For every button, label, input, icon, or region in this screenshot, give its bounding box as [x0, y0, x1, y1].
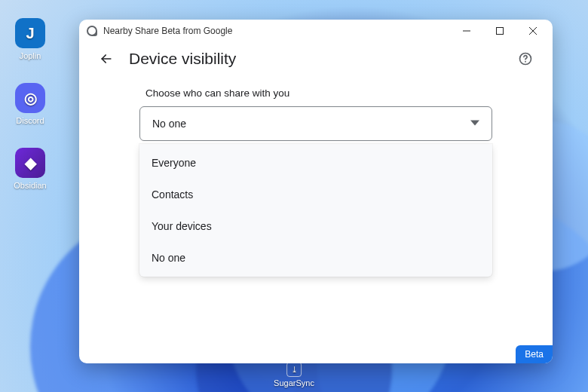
desktop-icon-sugarsync[interactable]: ⤓ SugarSync: [274, 362, 314, 387]
close-button[interactable]: [516, 20, 550, 42]
minimize-button[interactable]: [450, 20, 483, 42]
back-button[interactable]: [96, 48, 117, 69]
content-area: Choose who can share with you No one Eve…: [79, 80, 553, 363]
help-button[interactable]: [515, 48, 536, 69]
page-header: Device visibility: [79, 42, 553, 80]
chevron-down-icon: [470, 118, 479, 130]
dropdown-selected-value: No one: [152, 118, 186, 130]
desktop: J Joplin ◎ Discord ◆ Obsidian ⤓ SugarSyn…: [0, 0, 588, 392]
maximize-button[interactable]: [483, 20, 516, 42]
window-title: Nearby Share Beta from Google: [103, 26, 450, 36]
visibility-option-everyone[interactable]: Everyone: [139, 147, 492, 179]
app-window: Nearby Share Beta from Google Device vis…: [79, 20, 553, 363]
desktop-icon-label: Joplin: [9, 51, 51, 60]
nearby-share-icon: [87, 26, 97, 36]
desktop-icon-obsidian[interactable]: ◆ Obsidian: [9, 148, 51, 190]
help-icon: [518, 51, 533, 66]
svg-rect-0: [497, 28, 504, 35]
titlebar[interactable]: Nearby Share Beta from Google: [79, 20, 553, 42]
svg-point-2: [525, 61, 526, 63]
desktop-icon-label: Discord: [9, 116, 51, 125]
visibility-label: Choose who can share with you: [145, 87, 521, 99]
visibility-options-list: Everyone Contacts Your devices No one: [139, 144, 492, 277]
discord-icon: ◎: [15, 83, 45, 113]
visibility-option-contacts[interactable]: Contacts: [139, 179, 492, 210]
desktop-icon-joplin[interactable]: J Joplin: [9, 18, 51, 60]
obsidian-icon: ◆: [15, 148, 45, 178]
desktop-icon-label: Obsidian: [9, 181, 51, 190]
beta-badge: Beta: [516, 345, 553, 363]
desktop-icon-label: SugarSync: [274, 378, 314, 387]
window-controls: [450, 20, 550, 42]
visibility-option-your-devices[interactable]: Your devices: [139, 210, 492, 242]
visibility-option-no-one[interactable]: No one: [139, 242, 492, 274]
joplin-icon: J: [15, 18, 45, 48]
sugarsync-icon: ⤓: [286, 362, 302, 377]
page-title: Device visibility: [129, 50, 515, 68]
desktop-icon-discord[interactable]: ◎ Discord: [9, 83, 51, 125]
visibility-dropdown[interactable]: No one: [139, 106, 492, 141]
arrow-left-icon: [99, 51, 114, 66]
